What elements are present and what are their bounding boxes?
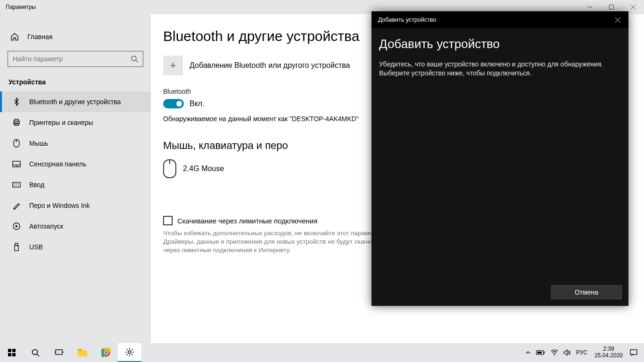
system-tray: РУС 2:39 25.04.2020 (523, 343, 644, 362)
sidebar-item-touchpad[interactable]: Сенсорная панель (0, 154, 151, 174)
svg-rect-33 (78, 349, 82, 351)
explorer-taskbar-icon[interactable] (71, 343, 94, 362)
home-icon (10, 33, 19, 41)
taskbar-left (0, 343, 141, 362)
sidebar-item-mouse[interactable]: Мышь (0, 133, 151, 154)
svg-point-27 (33, 350, 38, 355)
clock-date: 25.04.2020 (594, 353, 623, 359)
dialog-heading: Добавить устройство (379, 37, 621, 51)
dialog-close-button[interactable] (607, 11, 628, 28)
sidebar-item-typing[interactable]: Ввод (0, 174, 151, 195)
metered-description: Чтобы избежать дополнительных расходов, … (163, 229, 399, 255)
svg-rect-29 (56, 350, 62, 354)
svg-rect-53 (630, 350, 637, 354)
svg-point-38 (105, 351, 107, 354)
dialog-body: Добавить устройство Убедитесь, что ваше … (372, 28, 628, 285)
sidebar-item-label: Принтеры и сканеры (29, 119, 93, 126)
svg-rect-26 (12, 353, 16, 356)
svg-line-44 (127, 349, 128, 350)
svg-point-51 (554, 354, 555, 355)
mouse-device-icon (163, 159, 176, 178)
sidebar-item-label: Сенсорная панель (29, 160, 86, 168)
sidebar-item-usb[interactable]: USB (0, 237, 151, 257)
input-language[interactable]: РУС (574, 349, 589, 356)
taskbar-search-button[interactable] (24, 343, 47, 362)
toggle-state-label: Вкл. (190, 99, 205, 108)
start-button[interactable] (0, 343, 24, 362)
sidebar-item-label: Мышь (29, 140, 48, 147)
sidebar-item-label: Перо и Windows Ink (29, 202, 90, 209)
sidebar-item-bluetooth[interactable]: Bluetooth и другие устройства (0, 91, 151, 112)
sidebar-item-label: Автозапуск (29, 222, 63, 230)
clock[interactable]: 2:39 25.04.2020 (594, 346, 623, 359)
autoplay-icon (12, 222, 21, 230)
battery-icon[interactable] (534, 350, 547, 355)
category-header: Устройства (0, 74, 151, 91)
printer-icon (12, 118, 21, 127)
pen-icon (12, 201, 21, 210)
checkbox-icon (163, 216, 173, 225)
dialog-footer: Отмена (372, 285, 628, 306)
svg-line-46 (127, 354, 128, 355)
dialog-description: Убедитесь, что ваше устройство включено … (379, 60, 621, 78)
chrome-taskbar-icon[interactable] (94, 343, 118, 362)
mouse-icon (12, 139, 21, 148)
home-label: Главная (27, 33, 52, 41)
svg-line-47 (132, 349, 132, 350)
dialog-titlebar: Добавить устройство (372, 11, 628, 28)
dialog-titlebar-text: Добавить устройство (378, 16, 436, 23)
action-center-icon[interactable] (628, 349, 639, 356)
svg-line-5 (136, 60, 138, 62)
sidebar-item-printers[interactable]: Принтеры и сканеры (0, 112, 151, 133)
svg-line-45 (132, 354, 132, 355)
sidebar-item-label: Ввод (29, 181, 44, 189)
add-device-dialog: Добавить устройство Добавить устройство … (372, 11, 628, 306)
tray-overflow-icon[interactable] (523, 350, 533, 355)
svg-rect-49 (544, 352, 545, 354)
volume-icon[interactable] (561, 349, 573, 356)
task-view-button[interactable] (47, 343, 71, 362)
metered-checkbox-label: Скачивание через лимитные подключения (177, 217, 317, 225)
sidebar-item-autoplay[interactable]: Автозапуск (0, 216, 151, 237)
svg-point-4 (132, 56, 136, 61)
svg-marker-52 (564, 350, 567, 355)
touchpad-icon (12, 160, 21, 168)
search-icon (131, 55, 138, 63)
cancel-button[interactable]: Отмена (551, 285, 622, 299)
bluetooth-toggle[interactable] (163, 99, 184, 108)
svg-marker-18 (16, 225, 18, 228)
bluetooth-icon (12, 98, 21, 106)
device-name: 2.4G Mouse (183, 165, 224, 173)
home-button[interactable]: Главная (0, 27, 151, 46)
svg-rect-19 (15, 243, 18, 246)
svg-point-39 (128, 351, 131, 354)
svg-rect-7 (15, 119, 18, 121)
wifi-icon[interactable] (549, 350, 560, 355)
window-title: Параметры (6, 4, 36, 10)
sidebar-item-pen[interactable]: Перо и Windows Ink (0, 195, 151, 216)
add-device-label: Добавление Bluetooth или другого устройс… (190, 61, 350, 70)
sidebar-item-label: USB (29, 243, 43, 251)
search-input[interactable] (13, 55, 131, 63)
clock-time: 2:39 (594, 346, 623, 353)
svg-rect-23 (8, 349, 11, 352)
svg-rect-25 (8, 353, 11, 356)
svg-rect-50 (537, 352, 542, 354)
svg-rect-1 (610, 5, 614, 9)
svg-rect-14 (13, 182, 20, 187)
search-box[interactable] (8, 51, 143, 67)
settings-taskbar-icon[interactable] (118, 343, 141, 362)
svg-rect-24 (12, 349, 16, 352)
usb-icon (12, 243, 21, 251)
keyboard-icon (12, 181, 21, 189)
svg-rect-20 (15, 246, 18, 251)
sidebar-item-label: Bluetooth и другие устройства (29, 98, 121, 106)
svg-line-28 (37, 354, 39, 356)
taskbar: РУС 2:39 25.04.2020 (0, 343, 644, 362)
plus-icon: + (163, 56, 183, 75)
sidebar: Главная Устройства Bluetooth и другие ус… (0, 14, 151, 343)
